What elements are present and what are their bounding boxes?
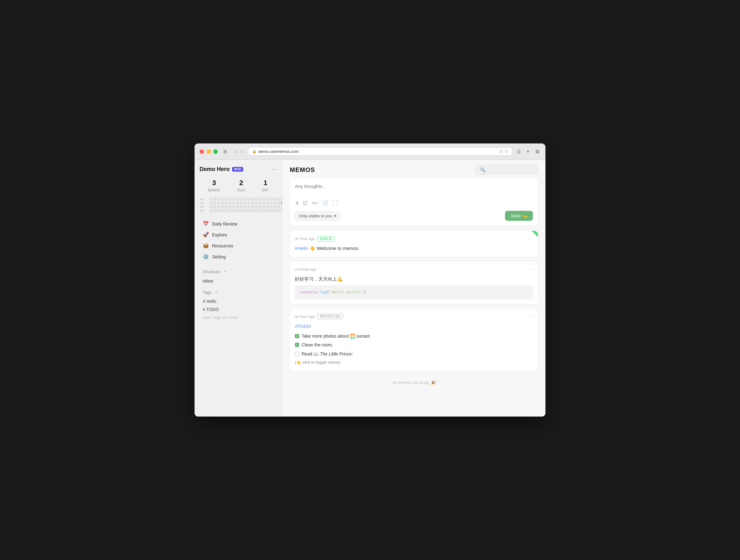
cal-dot — [213, 209, 216, 212]
minimize-button[interactable] — [206, 150, 211, 154]
cal-label-thu: Thu — [200, 205, 209, 208]
expand-toolbar-btn[interactable]: ⛶ — [332, 199, 339, 207]
memos-feed: # ☑ <> 📄 ⛶ Only visible to you ▾ Save ✍️ — [282, 179, 545, 416]
memo-card-1: an hour ago PUBLIC ··· #Hello 👋 Welcome … — [290, 231, 538, 257]
translate-icon[interactable]: ⊡ — [499, 149, 503, 154]
cal-dot — [266, 209, 269, 212]
sidebar-item-setting[interactable]: ⚙️ Setting — [200, 251, 277, 262]
new-tab-button[interactable]: + — [526, 148, 531, 156]
cal-dot — [217, 198, 220, 201]
compose-box: # ☑ <> 📄 ⛶ Only visible to you ▾ Save ✍️ — [290, 179, 538, 226]
code-paren: ( — [327, 290, 329, 294]
sidebar: Demo Hero MOD ··· 3 MEMOS 2 TAGS 1 DAY — [195, 160, 282, 416]
tag-hint: Input `#tag` to create — [200, 313, 277, 322]
sidebar-item-label: Explore — [212, 232, 227, 238]
sidebar-item-daily-review[interactable]: 📅 Daily Review — [200, 218, 277, 229]
search-icon: 🔍 — [480, 167, 485, 172]
profile-header: Demo Hero MOD ··· — [200, 166, 277, 173]
memo-more-button-3[interactable]: ··· — [528, 314, 533, 319]
tag-item-hello[interactable]: # Hello — [200, 297, 277, 305]
cal-dot — [251, 201, 254, 204]
todo-checkbox-1[interactable]: ✓ — [295, 334, 299, 338]
memo-tag-todo[interactable]: #TODO — [295, 323, 311, 329]
browser-nav: ‹ › — [233, 148, 244, 155]
todo-item-2[interactable]: ✓ Clean the room; — [295, 342, 533, 348]
memo-tag-hello[interactable]: #Hello — [295, 246, 308, 251]
cal-dot — [228, 198, 232, 201]
cal-dot — [228, 209, 232, 212]
all-memos-ready: all memos are ready 🎉 — [290, 375, 538, 390]
cal-dot — [210, 209, 213, 212]
cal-dot — [277, 198, 280, 201]
cal-dot — [251, 198, 254, 201]
cal-dot — [244, 198, 247, 201]
memo-meta-3: an hour ago PROTECTED — [295, 314, 343, 319]
setting-icon: ⚙️ — [203, 254, 209, 260]
add-shortcut-button[interactable]: + — [222, 268, 228, 275]
compose-input[interactable] — [295, 184, 533, 194]
memo-time-1: an hour ago — [295, 237, 315, 241]
memo-badge-protected: PROTECTED — [317, 314, 343, 319]
cal-dot — [210, 205, 213, 208]
address-bar[interactable]: 🔒 demo.usememos.com ⊡ ↻ — [248, 147, 512, 156]
cal-dot — [240, 209, 243, 212]
code-block-2: console.log("Hello world!") — [295, 285, 533, 299]
cal-dot — [236, 198, 239, 201]
sidebar-item-explore[interactable]: 🚀 Explore — [200, 229, 277, 240]
cal-dot — [259, 205, 262, 208]
tabs-button[interactable]: ⧉ — [535, 148, 540, 156]
cal-dot — [213, 198, 216, 201]
compose-footer: Only visible to you ▾ Save ✍️ — [295, 211, 533, 221]
cal-dot — [259, 209, 262, 212]
calendar-grid: Sun — [200, 198, 277, 212]
close-button[interactable] — [200, 150, 204, 154]
cal-dot — [247, 205, 250, 208]
cal-dot — [236, 201, 239, 204]
todo-checkbox-2[interactable]: ✓ — [295, 343, 299, 347]
cal-dot — [210, 198, 213, 201]
share-button[interactable]: ⎙ — [516, 148, 522, 156]
tag-item-todo[interactable]: # TODO — [200, 305, 277, 313]
code-toolbar-btn[interactable]: <> — [311, 199, 318, 207]
cal-dot — [270, 209, 273, 212]
shortcut-item-inbox[interactable]: inbox — [200, 277, 277, 285]
stat-tags-label: TAGS — [237, 189, 246, 192]
cal-dot — [277, 205, 280, 208]
search-box[interactable]: 🔍 — [475, 165, 538, 175]
memo-header-1: an hour ago PUBLIC ··· — [295, 236, 533, 242]
visibility-dropdown[interactable]: Only visible to you ▾ — [295, 211, 340, 220]
pin-indicator — [532, 231, 538, 237]
maximize-button[interactable] — [213, 150, 218, 154]
memo-text-1: 👋 Welcome to memos. — [309, 246, 360, 251]
todo-text-3: Read 📖 The Little Prince; — [302, 351, 353, 357]
cal-dot — [251, 205, 254, 208]
task-toolbar-btn[interactable]: ☑ — [302, 199, 308, 207]
save-button[interactable]: Save ✍️ — [505, 211, 533, 221]
stat-tags: 2 TAGS — [237, 179, 246, 193]
reload-icon[interactable]: ↻ — [505, 149, 508, 154]
back-button[interactable]: ‹ — [233, 148, 238, 155]
todo-text-2: Clean the room; — [302, 342, 333, 348]
cal-dot — [213, 201, 216, 204]
more-options-button[interactable]: ··· — [271, 166, 277, 173]
cal-dot — [228, 205, 232, 208]
cal-dot — [247, 201, 250, 204]
code-keyword: console — [300, 290, 317, 294]
stat-tags-number: 2 — [237, 179, 246, 187]
doc-toolbar-btn[interactable]: 📄 — [321, 199, 329, 207]
sidebar-toggle-button[interactable]: ⊞ — [221, 148, 229, 155]
todo-item-3[interactable]: Read 📖 The Little Prince; — [295, 351, 533, 357]
cal-dot — [262, 198, 265, 201]
sidebar-item-resources[interactable]: 📦 Resources — [200, 240, 277, 251]
memo-header-3: an hour ago PROTECTED ··· — [295, 314, 533, 319]
cal-dot — [236, 209, 239, 212]
forward-button[interactable]: › — [239, 148, 245, 155]
tag-toolbar-btn[interactable]: # — [295, 199, 299, 207]
url-text: demo.usememos.com — [259, 149, 298, 154]
cal-dot — [210, 201, 213, 204]
todo-item-1[interactable]: ✓ Take more photos about 🌅 sunset; — [295, 333, 533, 340]
add-tag-button[interactable]: + — [213, 289, 219, 295]
todo-checkbox-3[interactable] — [295, 352, 299, 356]
cal-label-tue: Tue — [200, 201, 209, 204]
memo-more-button-2[interactable]: ··· — [528, 267, 533, 272]
